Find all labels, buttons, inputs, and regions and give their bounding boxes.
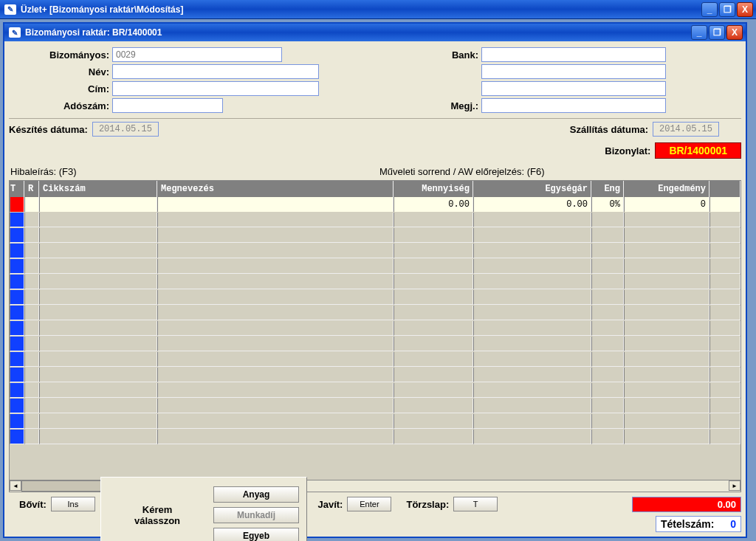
row-marker xyxy=(10,290,24,305)
table-row[interactable] xyxy=(10,321,740,337)
grid-body: 0.000.000%0 xyxy=(10,197,740,480)
hints-row: Hibaleírás: (F3) Műveleti sorrend / AW e… xyxy=(9,162,741,180)
row-marker xyxy=(10,275,24,289)
col-header-t[interactable]: T xyxy=(10,181,24,197)
inner-title: Bizományosi raktár: BR/1400001 xyxy=(25,27,162,38)
label-nev: Név: xyxy=(9,66,112,77)
scroll-right-button[interactable]: ► xyxy=(729,480,740,491)
popup-button-munkadij[interactable]: Munkadíj xyxy=(213,507,299,523)
popup-button-egyeb[interactable]: Egyeb xyxy=(213,528,299,541)
cell-engm: 0 xyxy=(624,197,709,212)
mdi-area: ✎ Bizományosi raktár: BR/1400001 _ ❐ X B… xyxy=(0,19,756,541)
table-row[interactable] xyxy=(10,259,740,275)
label-tetelszam: Tételszám: xyxy=(661,518,714,530)
row-marker xyxy=(10,430,24,444)
cell-eng: 0% xyxy=(591,197,624,212)
hint-sorrend: Műveleti sorrend / AW előrejelzés: (F6) xyxy=(379,166,740,177)
value-bizonylat: BR/1400001 xyxy=(655,142,741,159)
bizonylat-row: Bizonylat: BR/1400001 xyxy=(9,142,741,159)
outer-title: Üzlet+ [Bizományosi raktár\Módosítás] xyxy=(21,4,183,15)
table-row[interactable]: 0.000.000%0 xyxy=(10,197,740,213)
row-marker xyxy=(10,383,24,398)
table-row[interactable] xyxy=(10,244,740,259)
table-row[interactable] xyxy=(10,275,740,290)
col-header-engedmeny[interactable]: Engedmény xyxy=(624,181,709,197)
row-marker xyxy=(10,399,24,413)
row-marker xyxy=(10,259,24,274)
inner-window: ✎ Bizományosi raktár: BR/1400001 _ ❐ X B… xyxy=(3,22,747,538)
input-cim[interactable] xyxy=(112,81,319,96)
label-adoszam: Adószám: xyxy=(9,100,112,111)
table-row[interactable] xyxy=(10,399,740,414)
outer-minimize-button[interactable]: _ xyxy=(701,2,718,17)
label-bovit: Bővít: xyxy=(9,499,47,510)
input-megj[interactable] xyxy=(481,98,666,113)
outer-close-button[interactable]: X xyxy=(737,2,753,17)
hint-hibaleiras: Hibaleírás: (F3) xyxy=(10,166,379,177)
outer-maximize-button[interactable]: ❐ xyxy=(719,2,735,17)
col-header-cikkszam[interactable]: Cikkszám xyxy=(39,181,157,197)
label-torzslap: Törzslap: xyxy=(396,499,449,510)
input-bizomanyos[interactable] xyxy=(112,47,282,62)
row-marker xyxy=(10,352,24,367)
header-form: Bizományos: Név: Cím: xyxy=(9,47,741,115)
table-row[interactable] xyxy=(10,383,740,399)
row-marker xyxy=(10,244,24,258)
col-header-tail xyxy=(709,181,740,197)
inner-titlebar: ✎ Bizományosi raktár: BR/1400001 _ ❐ X xyxy=(4,24,746,41)
table-row[interactable] xyxy=(10,228,740,244)
label-bizonylat: Bizonylat: xyxy=(605,145,650,156)
input-bank-1[interactable] xyxy=(481,47,666,62)
app-icon: ✎ xyxy=(4,4,16,15)
inner-minimize-button[interactable]: _ xyxy=(691,25,707,40)
input-keszites[interactable] xyxy=(92,122,159,137)
row-marker xyxy=(10,197,24,212)
table-row[interactable] xyxy=(10,337,740,352)
col-header-egysegar[interactable]: Egységár xyxy=(473,181,591,197)
label-szallitas: Szállítás dátuma: xyxy=(570,124,648,135)
table-row[interactable] xyxy=(10,306,740,321)
grid: T R Cikkszám Megnevezés Mennyiség Egység… xyxy=(9,180,741,492)
date-row: Készítés dátuma: Szállítás dátuma: xyxy=(9,122,741,137)
input-nev[interactable] xyxy=(112,64,319,79)
input-szallitas[interactable] xyxy=(653,122,719,137)
row-marker xyxy=(10,368,24,382)
row-marker xyxy=(10,414,24,429)
col-header-eng[interactable]: Eng xyxy=(591,181,624,197)
scroll-left-button[interactable]: ◄ xyxy=(10,480,21,491)
label-megj: Megj.: xyxy=(334,100,481,111)
popup-msg-line1: Kérem xyxy=(142,504,172,515)
table-row[interactable] xyxy=(10,414,740,430)
label-bank: Bank: xyxy=(334,49,481,61)
table-row[interactable] xyxy=(10,290,740,306)
col-header-r[interactable]: R xyxy=(24,181,39,197)
row-marker xyxy=(10,228,24,243)
input-bank-3[interactable] xyxy=(481,81,666,96)
row-marker xyxy=(10,321,24,336)
value-tetelszam: 0 xyxy=(717,518,736,530)
cell-menny: 0.00 xyxy=(394,197,473,212)
button-torzslap[interactable]: T xyxy=(453,497,498,511)
col-header-megnevezes[interactable]: Megnevezés xyxy=(157,181,394,197)
input-bank-2[interactable] xyxy=(481,64,666,79)
label-keszites: Készítés dátuma: xyxy=(9,124,88,135)
popup-message: Kérem válasszon xyxy=(101,478,213,541)
label-bizomanyos: Bizományos: xyxy=(9,49,112,61)
label-cim: Cím: xyxy=(9,83,112,94)
inner-close-button[interactable]: X xyxy=(726,25,743,40)
popup-msg-line2: válasszon xyxy=(134,515,180,526)
button-ins[interactable]: Ins xyxy=(51,497,95,511)
table-row[interactable] xyxy=(10,352,740,368)
outer-titlebar: ✎ Üzlet+ [Bizományosi raktár\Módosítás] … xyxy=(0,0,756,19)
popup-button-anyag[interactable]: Anyag xyxy=(213,486,299,503)
col-header-mennyiseg[interactable]: Mennyiség xyxy=(394,181,473,197)
table-row[interactable] xyxy=(10,368,740,383)
popup-valasszon: Kérem válasszon Anyag Munkadíj Egyeb xyxy=(100,477,307,541)
table-row[interactable] xyxy=(10,430,740,445)
row-marker xyxy=(10,213,24,227)
separator-1 xyxy=(9,118,741,119)
button-enter[interactable]: Enter xyxy=(347,497,391,511)
inner-maximize-button[interactable]: ❐ xyxy=(709,25,725,40)
input-adoszam[interactable] xyxy=(112,98,223,113)
table-row[interactable] xyxy=(10,213,740,228)
